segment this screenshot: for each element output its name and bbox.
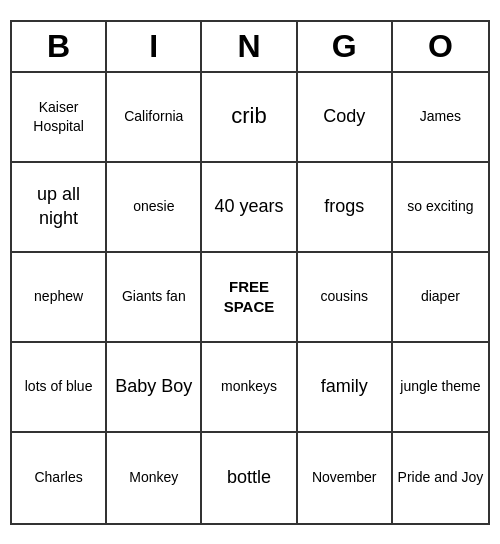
bingo-cell-3: Cody <box>298 73 393 163</box>
bingo-header-letter: G <box>298 22 393 71</box>
bingo-card: BINGO Kaiser HospitalCaliforniacribCodyJ… <box>10 20 490 525</box>
bingo-cell-24: Pride and Joy <box>393 433 488 523</box>
bingo-cell-14: diaper <box>393 253 488 343</box>
bingo-header-letter: O <box>393 22 488 71</box>
bingo-grid: Kaiser HospitalCaliforniacribCodyJamesup… <box>12 73 488 523</box>
bingo-cell-7: 40 years <box>202 163 297 253</box>
bingo-cell-20: Charles <box>12 433 107 523</box>
bingo-cell-6: onesie <box>107 163 202 253</box>
bingo-cell-19: jungle theme <box>393 343 488 433</box>
bingo-cell-11: Giants fan <box>107 253 202 343</box>
bingo-cell-17: monkeys <box>202 343 297 433</box>
bingo-cell-0: Kaiser Hospital <box>12 73 107 163</box>
bingo-cell-16: Baby Boy <box>107 343 202 433</box>
bingo-cell-8: frogs <box>298 163 393 253</box>
bingo-cell-10: nephew <box>12 253 107 343</box>
bingo-header-letter: B <box>12 22 107 71</box>
bingo-cell-4: James <box>393 73 488 163</box>
bingo-cell-18: family <box>298 343 393 433</box>
bingo-cell-21: Monkey <box>107 433 202 523</box>
bingo-cell-5: up all night <box>12 163 107 253</box>
bingo-cell-12: FREE SPACE <box>202 253 297 343</box>
bingo-cell-9: so exciting <box>393 163 488 253</box>
bingo-cell-22: bottle <box>202 433 297 523</box>
bingo-cell-15: lots of blue <box>12 343 107 433</box>
bingo-cell-23: November <box>298 433 393 523</box>
bingo-header: BINGO <box>12 22 488 73</box>
bingo-cell-2: crib <box>202 73 297 163</box>
bingo-cell-1: California <box>107 73 202 163</box>
bingo-header-letter: N <box>202 22 297 71</box>
bingo-cell-13: cousins <box>298 253 393 343</box>
bingo-header-letter: I <box>107 22 202 71</box>
